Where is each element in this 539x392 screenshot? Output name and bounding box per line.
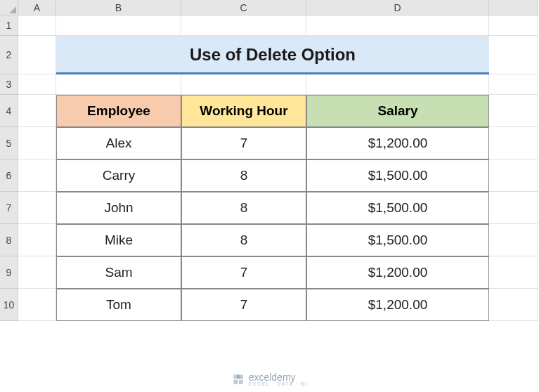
sheet-title[interactable]: Use of Delete Option bbox=[56, 36, 489, 74]
cell-A4[interactable] bbox=[18, 95, 56, 127]
row-header-8[interactable]: 8 bbox=[0, 224, 18, 256]
row-header-10[interactable]: 10 bbox=[0, 289, 18, 321]
col-header-B[interactable]: B bbox=[56, 0, 181, 15]
cell-E8[interactable] bbox=[489, 224, 538, 256]
cell-working-hour-2[interactable]: 8 bbox=[181, 192, 306, 224]
cell-salary-5[interactable]: $1,200.00 bbox=[306, 289, 489, 321]
cell-B1[interactable] bbox=[56, 15, 181, 36]
cell-E2[interactable] bbox=[489, 36, 538, 74]
cell-E10[interactable] bbox=[489, 289, 538, 321]
cell-E5[interactable] bbox=[489, 127, 538, 159]
cell-A7[interactable] bbox=[18, 192, 56, 224]
cell-A8[interactable] bbox=[18, 224, 56, 256]
watermark: exceldemy EXCEL · DATA · BI bbox=[232, 372, 308, 386]
cell-working-hour-0[interactable]: 7 bbox=[181, 127, 306, 159]
cell-E1[interactable] bbox=[489, 15, 538, 36]
row-header-9[interactable]: 9 bbox=[0, 256, 18, 289]
row-header-5[interactable]: 5 bbox=[0, 127, 18, 159]
cell-employee-0[interactable]: Alex bbox=[56, 127, 181, 159]
cell-E9[interactable] bbox=[489, 256, 538, 289]
cell-salary-0[interactable]: $1,200.00 bbox=[306, 127, 489, 159]
cell-employee-3[interactable]: Mike bbox=[56, 224, 181, 256]
cell-A1[interactable] bbox=[18, 15, 56, 36]
cell-employee-2[interactable]: John bbox=[56, 192, 181, 224]
row-header-2[interactable]: 2 bbox=[0, 36, 18, 74]
cell-employee-1[interactable]: Carry bbox=[56, 159, 181, 192]
cell-C3[interactable] bbox=[181, 74, 306, 95]
cell-working-hour-3[interactable]: 8 bbox=[181, 224, 306, 256]
header-salary[interactable]: Salary bbox=[306, 95, 489, 127]
cell-salary-1[interactable]: $1,500.00 bbox=[306, 159, 489, 192]
col-header-C[interactable]: C bbox=[181, 0, 306, 15]
cell-A5[interactable] bbox=[18, 127, 56, 159]
cell-E4[interactable] bbox=[489, 95, 538, 127]
row-header-7[interactable]: 7 bbox=[0, 192, 18, 224]
cell-employee-4[interactable]: Sam bbox=[56, 256, 181, 289]
cell-E7[interactable] bbox=[489, 192, 538, 224]
cell-working-hour-4[interactable]: 7 bbox=[181, 256, 306, 289]
cell-E3[interactable] bbox=[489, 74, 538, 95]
cell-salary-4[interactable]: $1,200.00 bbox=[306, 256, 489, 289]
header-employee[interactable]: Employee bbox=[56, 95, 181, 127]
header-working-hour[interactable]: Working Hour bbox=[181, 95, 306, 127]
col-header-extra[interactable] bbox=[489, 0, 538, 15]
row-header-6[interactable]: 6 bbox=[0, 159, 18, 192]
spreadsheet-grid: A B C D 1 2 Use of Delete Option 3 4 Emp… bbox=[0, 0, 539, 321]
cell-salary-3[interactable]: $1,500.00 bbox=[306, 224, 489, 256]
col-header-D[interactable]: D bbox=[306, 0, 489, 15]
cell-salary-2[interactable]: $1,500.00 bbox=[306, 192, 489, 224]
select-all-corner[interactable] bbox=[0, 0, 18, 15]
cell-E6[interactable] bbox=[489, 159, 538, 192]
cell-A6[interactable] bbox=[18, 159, 56, 192]
logo-icon bbox=[232, 373, 245, 386]
cell-working-hour-5[interactable]: 7 bbox=[181, 289, 306, 321]
cell-working-hour-1[interactable]: 8 bbox=[181, 159, 306, 192]
watermark-text: exceldemy EXCEL · DATA · BI bbox=[249, 372, 308, 386]
col-header-A[interactable]: A bbox=[18, 0, 56, 15]
cell-A9[interactable] bbox=[18, 256, 56, 289]
watermark-tagline: EXCEL · DATA · BI bbox=[249, 381, 308, 386]
row-header-3[interactable]: 3 bbox=[0, 74, 18, 95]
cell-D3[interactable] bbox=[306, 74, 489, 95]
row-header-4[interactable]: 4 bbox=[0, 95, 18, 127]
row-header-1[interactable]: 1 bbox=[0, 15, 18, 36]
cell-D1[interactable] bbox=[306, 15, 489, 36]
cell-A10[interactable] bbox=[18, 289, 56, 321]
cell-C1[interactable] bbox=[181, 15, 306, 36]
cell-employee-5[interactable]: Tom bbox=[56, 289, 181, 321]
cell-B3[interactable] bbox=[56, 74, 181, 95]
cell-A2[interactable] bbox=[18, 36, 56, 74]
cell-A3[interactable] bbox=[18, 74, 56, 95]
